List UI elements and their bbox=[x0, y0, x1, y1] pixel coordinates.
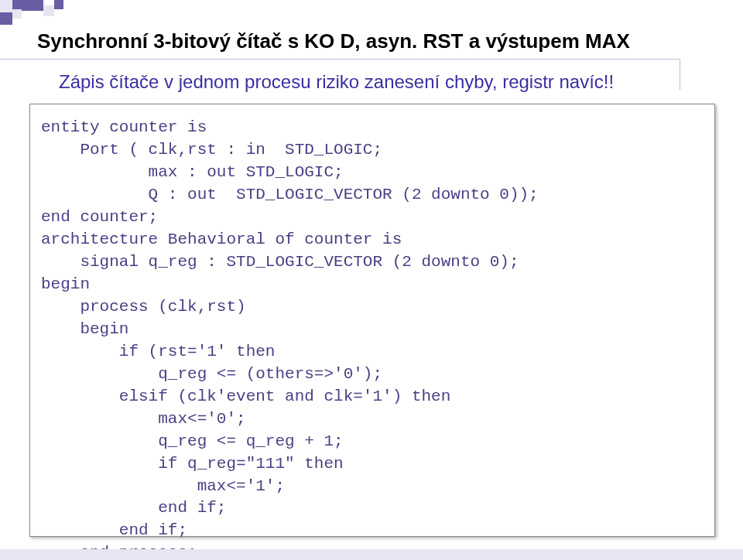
code-block-container: entity counter is Port ( clk,rst : in ST… bbox=[29, 104, 715, 537]
footer-strip bbox=[0, 549, 743, 560]
title-rule bbox=[0, 59, 680, 60]
deco-square bbox=[0, 12, 12, 25]
deco-square bbox=[12, 9, 22, 19]
page-title: Synchronní 3-bitový čítač s KO D, asyn. … bbox=[37, 29, 630, 53]
deco-square bbox=[54, 0, 63, 9]
vhdl-code: entity counter is Port ( clk,rst : in ST… bbox=[41, 117, 704, 560]
deco-square bbox=[0, 0, 12, 12]
deco-square bbox=[22, 0, 43, 11]
deco-square bbox=[43, 5, 54, 16]
deco-square bbox=[12, 0, 22, 9]
title-rule-vertical bbox=[680, 59, 680, 90]
subtitle: Zápis čítače v jednom procesu riziko zan… bbox=[59, 71, 614, 93]
